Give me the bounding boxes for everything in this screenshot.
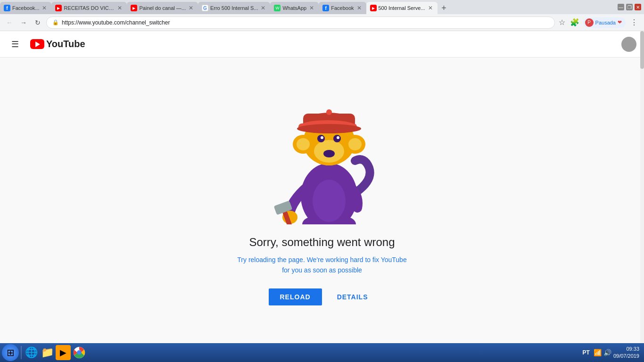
tab-close-fb1[interactable]: ✕ — [41, 5, 48, 11]
taskbar-time: 09:33 — [613, 346, 639, 353]
tab-painel[interactable]: ▶ Painel do canal —... ✕ — [127, 2, 198, 14]
tab-favicon-google: G — [202, 5, 208, 11]
address-bar: ← → ↻ 🔒 https://www.youtube.com/channel_… — [0, 14, 644, 31]
hamburger-menu[interactable]: ☰ — [8, 35, 23, 53]
window-controls: — ❐ ✕ — [615, 0, 644, 14]
tab-favicon-fb2: f — [322, 5, 329, 11]
error-subtext: Try reloading the page. We're working ha… — [237, 255, 406, 276]
tab-receitas[interactable]: ▶ RECEITAS DO VICT... ✕ — [51, 2, 127, 14]
tab-title-fb1: Facebook... — [12, 5, 39, 11]
taskbar-explorer-icon[interactable]: 📁 — [40, 345, 55, 360]
titlebar: f Facebook... ✕ ▶ RECEITAS DO VICT... ✕ … — [0, 0, 644, 14]
tab-favicon-receitas: ▶ — [55, 5, 62, 11]
taskbar-right: PT 📶 🔊 09:33 09/07/2019 — [581, 346, 642, 360]
tab-title-receitas: RECEITAS DO VICT... — [64, 5, 115, 11]
reload-button[interactable]: RELOAD — [269, 288, 322, 305]
chrome-menu-button[interactable]: ⋮ — [628, 17, 640, 28]
back-button[interactable]: ← — [4, 17, 15, 28]
tab-title-painel: Painel do canal —... — [139, 5, 185, 11]
reload-nav-button[interactable]: ↻ — [32, 17, 43, 28]
svg-point-1 — [313, 180, 346, 222]
profile-heart: ❤ — [618, 19, 622, 25]
close-button[interactable]: ✕ — [635, 4, 641, 10]
tab-facebook-1[interactable]: f Facebook... ✕ — [0, 2, 51, 14]
forward-button[interactable]: → — [18, 17, 29, 28]
tab-close-500[interactable]: ✕ — [427, 5, 434, 11]
svg-point-20 — [323, 150, 335, 157]
start-button[interactable]: ⊞ — [2, 344, 19, 361]
taskbar-date: 09/07/2019 — [613, 353, 639, 360]
tab-close-painel[interactable]: ✕ — [188, 5, 194, 11]
tab-title-500: 500 Internal Serve... — [379, 5, 425, 11]
svg-point-17 — [321, 136, 323, 139]
tab-favicon-painel: ▶ — [131, 5, 137, 11]
taskbar-clock[interactable]: 09:33 09/07/2019 — [613, 346, 639, 360]
new-tab-button[interactable]: + — [438, 2, 451, 14]
error-subtext-line2: for you as soon as possible — [282, 266, 362, 274]
minimize-button[interactable]: — — [618, 4, 624, 10]
tab-500-active[interactable]: ▶ 500 Internal Serve... ✕ — [366, 2, 438, 14]
taskbar-divider — [21, 346, 22, 359]
taskbar-sys-icons: 📶 🔊 — [594, 349, 611, 356]
svg-point-25 — [297, 124, 361, 133]
svg-point-14 — [348, 138, 362, 150]
user-avatar[interactable] — [621, 37, 636, 52]
svg-point-12 — [297, 138, 310, 150]
page-wrapper: ☰ YouTube — [0, 31, 644, 343]
youtube-logo[interactable]: YouTube — [30, 39, 85, 49]
tab-close-fb2[interactable]: ✕ — [356, 5, 363, 11]
url-text: https://www.youtube.com/channel_switcher — [62, 19, 549, 26]
monkey-illustration — [256, 74, 388, 224]
tab-close-google[interactable]: ✕ — [260, 5, 266, 11]
tabs-area: f Facebook... ✕ ▶ RECEITAS DO VICT... ✕ … — [0, 0, 615, 14]
taskbar-media-icon[interactable]: ▶ — [56, 345, 71, 360]
svg-point-26 — [326, 109, 332, 115]
maximize-button[interactable]: ❐ — [626, 4, 633, 10]
tab-title-google: Erro 500 Internal S... — [210, 5, 258, 11]
youtube-logo-text: YouTube — [46, 39, 85, 49]
profile-label: Pausada — [595, 20, 616, 25]
toolbar-right: ☆ 🧩 P Pausada ❤ ⋮ — [558, 17, 640, 28]
tab-erro500-google[interactable]: G Erro 500 Internal S... ✕ — [198, 2, 271, 14]
error-content: Sorry, something went wrong Try reloadin… — [0, 58, 644, 312]
youtube-logo-icon — [30, 39, 44, 49]
taskbar-network-icon[interactable]: 📶 — [594, 349, 602, 356]
tab-close-wa[interactable]: ✕ — [308, 5, 315, 11]
svg-point-29 — [77, 351, 82, 355]
scrollbar-thumb[interactable] — [640, 31, 644, 69]
tab-whatsapp[interactable]: W WhatsApp ✕ — [270, 2, 319, 14]
svg-point-19 — [337, 136, 339, 139]
tab-title-fb2: Facebook — [331, 5, 354, 11]
tab-favicon-fb1: f — [4, 5, 10, 11]
taskbar-language[interactable]: PT — [581, 348, 592, 357]
error-buttons: RELOAD DETAILS — [269, 288, 376, 305]
scrollbar-track[interactable] — [640, 31, 644, 343]
bookmark-icon[interactable]: ☆ — [558, 17, 566, 28]
youtube-header: ☰ YouTube — [0, 31, 644, 58]
profile-avatar-small: P — [585, 18, 594, 27]
tab-favicon-500: ▶ — [370, 5, 377, 11]
extensions-icon[interactable]: 🧩 — [569, 17, 580, 28]
tab-facebook-2[interactable]: f Facebook ✕ — [319, 2, 366, 14]
tab-close-receitas[interactable]: ✕ — [116, 5, 123, 11]
tab-title-wa: WhatsApp — [282, 5, 306, 11]
profile-chip[interactable]: P Pausada ❤ — [583, 17, 626, 28]
details-button[interactable]: DETAILS — [330, 288, 376, 305]
taskbar: ⊞ 🌐 📁 ▶ PT 📶 🔊 09:33 09/07/2019 — [0, 343, 644, 362]
taskbar-ie-icon[interactable]: 🌐 — [24, 345, 39, 360]
taskbar-volume-icon[interactable]: 🔊 — [603, 349, 611, 356]
tab-favicon-wa: W — [274, 5, 281, 11]
error-subtext-line1: Try reloading the page. We're working ha… — [237, 256, 406, 263]
error-heading: Sorry, something went wrong — [249, 236, 395, 249]
taskbar-chrome-icon[interactable] — [72, 345, 87, 360]
url-bar[interactable]: 🔒 https://www.youtube.com/channel_switch… — [46, 16, 555, 29]
lock-icon: 🔒 — [52, 19, 59, 25]
